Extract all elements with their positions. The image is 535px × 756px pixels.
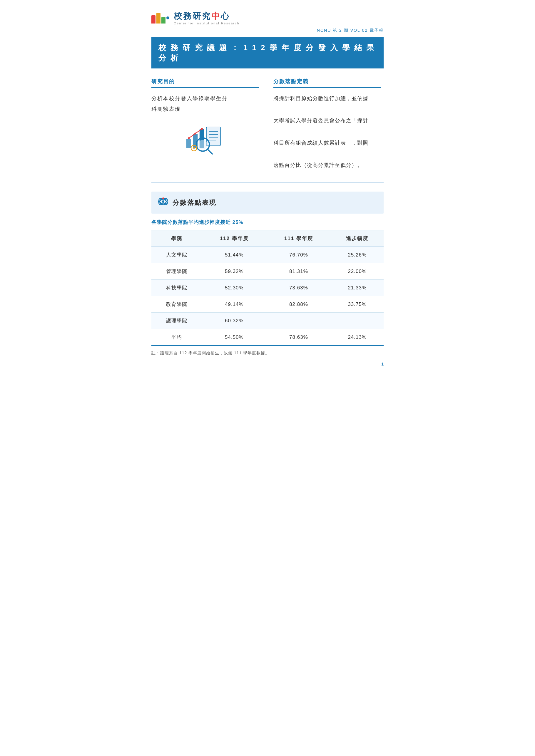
subtitle-blue: 各學院分數落點平均進步幅度接近 25% bbox=[152, 219, 383, 226]
table-body: 人文學院 51.44% 76.70% 25.26% 管理學院 59.32% 81… bbox=[152, 247, 383, 346]
left-section: 研究目的 分析本校分發入學錄取學生分 科測驗表現 bbox=[152, 78, 262, 171]
cell-y112-3: 49.14% bbox=[202, 296, 266, 312]
logo-dot bbox=[166, 16, 169, 19]
table-row-average: 平均 54.50% 78.63% 24.13% bbox=[152, 329, 383, 346]
svg-point-15 bbox=[192, 147, 195, 149]
table-row: 護理學院 60.32% bbox=[152, 312, 383, 329]
svg-rect-0 bbox=[186, 139, 191, 148]
title-banner: 校 務 研 究 議 題 ： 1 1 2 學 年 度 分 發 入 學 結 果 分 … bbox=[152, 37, 383, 68]
logo-center-char: 中 bbox=[211, 12, 221, 20]
cell-progress-1: 22.00% bbox=[331, 263, 384, 280]
cell-college-5: 平均 bbox=[152, 329, 202, 346]
cell-y111-5: 78.63% bbox=[266, 329, 331, 346]
svg-point-4 bbox=[194, 132, 196, 134]
svg-line-13 bbox=[208, 149, 212, 154]
cell-progress-3: 33.75% bbox=[331, 296, 384, 312]
logo-main-text: 校務研究中心 bbox=[174, 12, 239, 21]
svg-point-19 bbox=[162, 201, 164, 203]
cell-college-2: 科技學院 bbox=[152, 280, 202, 296]
score-table: 學院 112 學年度 111 學年度 進步幅度 人文學院 51.44% 76.7… bbox=[152, 230, 383, 346]
research-illustration bbox=[152, 117, 259, 155]
right-section: 分數落點定義 將採計科目原始分數進行加總，並依據大學考試入學分發委員會公布之「採… bbox=[273, 78, 383, 171]
col-header-y112: 112 學年度 bbox=[202, 230, 266, 247]
cell-college-4: 護理學院 bbox=[152, 312, 202, 329]
logo-icon bbox=[152, 13, 170, 23]
ncnu-header: NCNU 第 2 期 VOL.02 電子報 bbox=[152, 28, 383, 33]
cell-progress-2: 21.33% bbox=[331, 280, 384, 296]
col-header-y111: 111 學年度 bbox=[266, 230, 331, 247]
logo-header: 校務研究中心 Center for Institutional Research bbox=[152, 12, 383, 25]
cell-y112-0: 51.44% bbox=[202, 247, 266, 263]
svg-rect-6 bbox=[206, 127, 220, 146]
left-heading: 研究目的 bbox=[152, 78, 259, 88]
svg-point-5 bbox=[201, 128, 203, 130]
logo-bar-green bbox=[161, 17, 165, 23]
logo-sub-text: Center for Institutional Research bbox=[174, 21, 239, 25]
cell-progress-5: 24.13% bbox=[331, 329, 384, 346]
cell-progress-0: 25.26% bbox=[331, 247, 384, 263]
logo-bar-orange bbox=[156, 13, 160, 23]
cell-y111-0: 76.70% bbox=[266, 247, 331, 263]
cell-y112-2: 52.30% bbox=[202, 280, 266, 296]
score-section-title: 分數落點表現 bbox=[173, 198, 217, 207]
page-number: 1 bbox=[152, 362, 383, 366]
table-row: 人文學院 51.44% 76.70% 25.26% bbox=[152, 247, 383, 263]
table-header-row: 學院 112 學年度 111 學年度 進步幅度 bbox=[152, 230, 383, 247]
cell-college-1: 管理學院 bbox=[152, 263, 202, 280]
svg-point-3 bbox=[187, 137, 189, 139]
logo-bar-red bbox=[152, 15, 155, 23]
cell-y112-5: 54.50% bbox=[202, 329, 266, 346]
score-section-icon bbox=[157, 196, 169, 209]
research-svg-icon bbox=[182, 117, 229, 155]
cell-y111-2: 73.63% bbox=[266, 280, 331, 296]
svg-point-20 bbox=[162, 198, 164, 199]
col-header-college: 學院 bbox=[152, 230, 202, 247]
cell-y111-3: 82.88% bbox=[266, 296, 331, 312]
table-row: 教育學院 49.14% 82.88% 33.75% bbox=[152, 296, 383, 312]
table-head: 學院 112 學年度 111 學年度 進步幅度 bbox=[152, 230, 383, 247]
logo-text-block: 校務研究中心 Center for Institutional Research bbox=[174, 12, 239, 25]
section-divider bbox=[152, 182, 383, 183]
cell-y111-4 bbox=[266, 312, 331, 329]
cell-college-3: 教育學院 bbox=[152, 296, 202, 312]
cell-college-0: 人文學院 bbox=[152, 247, 202, 263]
left-text2: 科測驗表現 bbox=[152, 104, 259, 114]
left-text1: 分析本校分發入學錄取學生分 bbox=[152, 93, 259, 104]
score-icon-svg bbox=[157, 196, 169, 207]
svg-point-12 bbox=[198, 140, 208, 149]
cell-y111-1: 81.31% bbox=[266, 263, 331, 280]
table-row: 管理學院 59.32% 81.31% 22.00% bbox=[152, 263, 383, 280]
two-col-section: 研究目的 分析本校分發入學錄取學生分 科測驗表現 bbox=[152, 78, 383, 171]
table-row: 科技學院 52.30% 73.63% 21.33% bbox=[152, 280, 383, 296]
col-header-progress: 進步幅度 bbox=[331, 230, 384, 247]
table-note: 註：護理系自 112 學年度開始招生，故無 111 學年度數據。 bbox=[152, 351, 383, 356]
cell-progress-4 bbox=[331, 312, 384, 329]
right-heading: 分數落點定義 bbox=[273, 78, 381, 88]
score-section-header: 分數落點表現 bbox=[152, 192, 383, 214]
cell-y112-1: 59.32% bbox=[202, 263, 266, 280]
cell-y112-4: 60.32% bbox=[202, 312, 266, 329]
right-text: 將採計科目原始分數進行加總，並依據大學考試入學分發委員會公布之「採計科目所有組合… bbox=[273, 93, 381, 171]
